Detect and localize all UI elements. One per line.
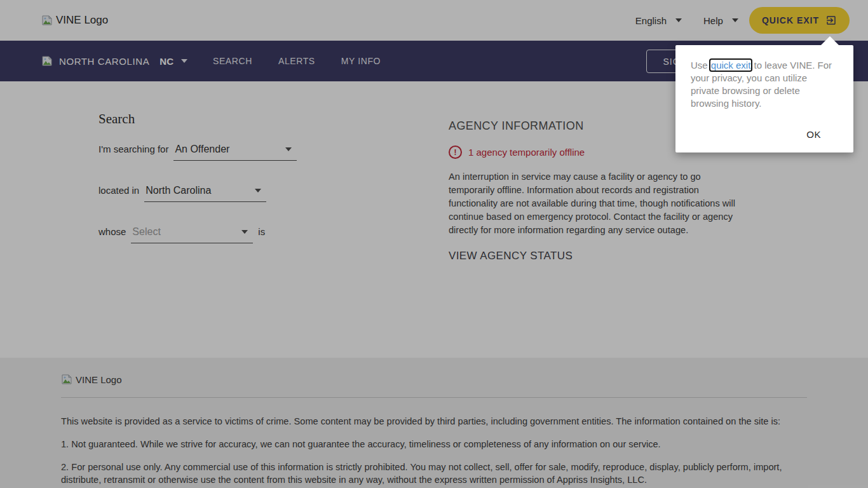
quick-exit-tooltip: Use quick exit to leave VINE. For your p… <box>675 45 853 152</box>
vine-page: VINE Logo English Help QUICK EXIT <box>0 0 868 488</box>
quick-exit-link[interactable]: quick exit <box>710 60 752 71</box>
tooltip-ok-button[interactable]: OK <box>691 129 821 140</box>
tooltip-text-before: Use <box>691 60 710 71</box>
tooltip-message: Use quick exit to leave VINE. For your p… <box>691 59 838 110</box>
tooltip-caret <box>821 36 839 45</box>
